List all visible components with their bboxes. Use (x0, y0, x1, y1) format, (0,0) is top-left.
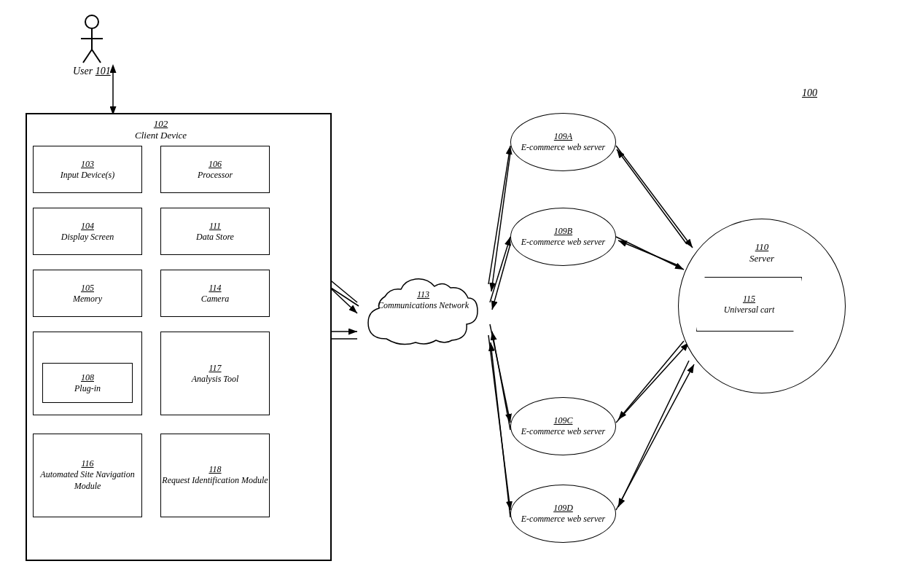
communications-network: 113 Communications Network (357, 259, 488, 368)
diagram: User 101 100 102 Client Device 103 Input… (0, 0, 904, 588)
client-device-label: 102 Client Device (135, 118, 187, 141)
svg-line-20 (617, 149, 687, 244)
box-117: 117 Analysis Tool (160, 332, 270, 415)
svg-line-15 (491, 342, 510, 517)
box-105: 105 Memory (33, 270, 142, 317)
svg-line-9 (491, 153, 510, 291)
svg-line-28 (92, 50, 101, 63)
box-118: 118 Request Identification Module (160, 434, 270, 517)
user-label: User 101 (73, 66, 111, 77)
ref-100: 100 (802, 87, 817, 99)
svg-line-18 (616, 342, 689, 423)
cloud-label: 113 Communications Network (370, 289, 476, 312)
svg-line-21 (618, 240, 679, 266)
svg-line-12 (490, 324, 510, 423)
box-106: 106 Processor (160, 146, 270, 193)
box-108: 108 Plug-in (42, 363, 133, 403)
svg-line-11 (492, 244, 510, 310)
svg-line-8 (488, 146, 510, 284)
box-114: 114 Camera (160, 270, 270, 317)
person-icon (77, 13, 106, 64)
svg-line-23 (618, 361, 689, 507)
cloud-svg (357, 259, 488, 368)
box-116: 116 Automated Site Navigation Module (33, 434, 142, 517)
server-109d: 109D E-commerce web server (510, 485, 616, 543)
svg-line-17 (616, 237, 684, 270)
user-ref: 101 (96, 66, 111, 77)
server-109c: 109C E-commerce web server (510, 397, 616, 455)
svg-line-10 (490, 237, 510, 302)
svg-line-19 (616, 364, 694, 510)
box-103: 103 Input Device(s) (33, 146, 142, 193)
server-109b: 109B E-commerce web server (510, 208, 616, 266)
svg-line-27 (83, 50, 92, 63)
user-figure: User 101 (73, 13, 111, 77)
svg-line-16 (616, 146, 693, 248)
svg-line-22 (618, 341, 684, 420)
universal-cart: 115 Universal cart (696, 277, 802, 332)
server-109a: 109A E-commerce web server (510, 113, 616, 171)
svg-point-24 (85, 15, 98, 28)
box-104: 104 Display Screen (33, 208, 142, 255)
svg-line-13 (492, 332, 510, 430)
svg-line-14 (488, 335, 510, 510)
box-111: 111 Data Store (160, 208, 270, 255)
